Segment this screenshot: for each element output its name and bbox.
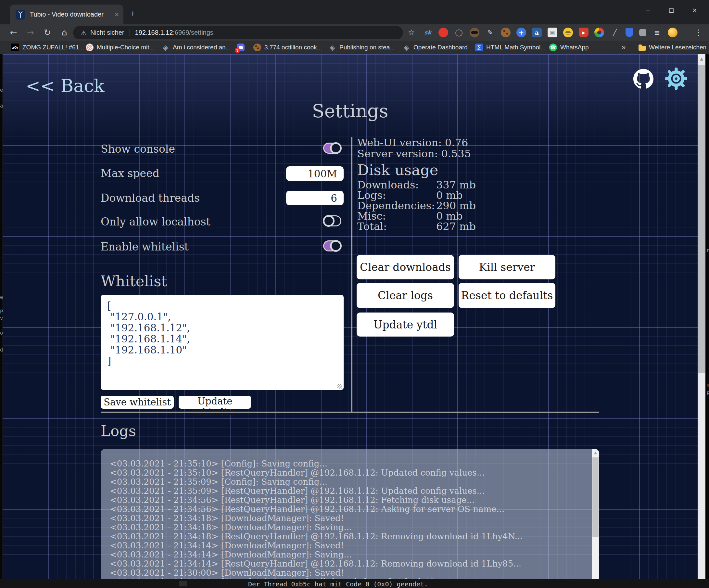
- update-ytdl-button[interactable]: Update ytdl: [357, 312, 454, 337]
- kill-server-button[interactable]: Kill server: [458, 255, 555, 279]
- sk-extension-icon[interactable]: sk: [423, 28, 432, 37]
- edge-text: P: [0, 309, 3, 315]
- log-line: <03.03.2021 - 21:34:18> [RestQueryHandle…: [110, 532, 586, 541]
- bookmark-label: WhatsApp: [560, 44, 589, 51]
- not-secure-warning-icon[interactable]: ⚠: [81, 29, 86, 36]
- log-line: <03.03.2021 - 21:35:10> [RestQueryHandle…: [110, 468, 586, 477]
- bookmark-label: Weitere Lesezeichen: [649, 44, 706, 51]
- edge-text: n: [707, 248, 709, 253]
- save-whitelist-button[interactable]: Save whitelist: [101, 396, 174, 409]
- ring-extension-icon[interactable]: ◯: [454, 28, 464, 37]
- browser-toolbar: ← → ↻ ⌂ ⚠ Nicht sicher 192.168.1.12 :696…: [0, 24, 709, 41]
- scroll-up-arrow-icon[interactable]: ▲: [592, 449, 599, 457]
- bookmark-publishing-steam[interactable]: ◈ Publishing on stea...: [329, 41, 395, 54]
- tab-title: Tubio - Video downloader: [30, 11, 111, 18]
- whitelist-textarea[interactable]: [ "127.0.0.1", "192.168.1.12", "192.168.…: [101, 295, 344, 390]
- browser-menu-icon[interactable]: ⋮: [695, 24, 703, 41]
- logs-scrollbar[interactable]: ▲: [592, 449, 599, 579]
- cookie-extension-icon[interactable]: [501, 28, 510, 37]
- browser-tab[interactable]: Tubio - Video downloader ×: [10, 4, 124, 24]
- background-window-right-edge: n m R: [707, 54, 709, 579]
- mask-extension-icon[interactable]: [470, 28, 479, 37]
- download-threads-input[interactable]: [286, 191, 344, 205]
- google-extension-icon[interactable]: [594, 28, 604, 37]
- bookmarks-bar: z0r ZOMG ZUFALL! #61... Multiple-Choice …: [0, 41, 709, 54]
- background-debug-output-window: Der Thread 0xb5c hat mit Code 0 (0x0) ge…: [0, 579, 709, 588]
- bee-extension-icon[interactable]: [563, 28, 573, 37]
- pen-extension-icon[interactable]: ✎: [485, 28, 495, 37]
- shield-extension-icon[interactable]: [626, 28, 633, 37]
- reload-icon[interactable]: ↻: [41, 24, 54, 41]
- clear-logs-button[interactable]: Clear logs: [357, 283, 454, 308]
- logs-title: Logs: [101, 422, 136, 439]
- bookmark-whatsapp[interactable]: ☎ WhatsApp: [549, 41, 589, 54]
- forward-icon[interactable]: →: [24, 24, 37, 41]
- amazon-extension-icon[interactable]: a: [532, 28, 542, 37]
- whitelist-title: Whitelist: [101, 273, 167, 290]
- bookmark-label: Operate Dashboard: [414, 44, 468, 51]
- page-scrollbar[interactable]: ▲: [698, 54, 705, 579]
- max-speed-input[interactable]: [286, 166, 344, 181]
- bookmark-am-i-considered[interactable]: ◈ Am i considered an...: [162, 41, 231, 54]
- disk-row-total: Total: 627 mb: [357, 220, 510, 233]
- edge-text: d: [0, 347, 3, 353]
- github-icon[interactable]: [633, 69, 654, 89]
- bookmark-octillion-cookies[interactable]: 3.774 octillion cook...: [253, 41, 322, 54]
- url-path[interactable]: :6969/settings: [173, 29, 213, 36]
- screen: Tubio - Video downloader × + ─ □ × ← → ↻…: [0, 0, 709, 588]
- bookmark-label: Am i considered an...: [173, 44, 231, 51]
- settings-gear-icon[interactable]: [665, 68, 687, 90]
- reset-defaults-button[interactable]: Reset to defaults: [458, 283, 555, 308]
- tubio-favicon-icon: [16, 10, 25, 20]
- show-console-toggle[interactable]: [323, 143, 341, 154]
- log-lines: <03.03.2021 - 21:35:10> [Config]: Saving…: [110, 459, 586, 579]
- update-whitelist-button[interactable]: Update whitelist: [179, 396, 251, 409]
- playlist-extension-icon[interactable]: ≡: [652, 28, 662, 37]
- other-bookmarks-folder[interactable]: Weitere Lesezeichen: [638, 41, 706, 54]
- bookmark-star-icon[interactable]: ☆: [408, 24, 415, 41]
- horizontal-divider: [101, 412, 599, 413]
- debug-output-text: Der Thread 0xb5c hat mit Code 0 (0x0) ge…: [248, 580, 428, 588]
- whatsapp-icon: ☎: [549, 44, 557, 51]
- omnibox-divider: [130, 29, 130, 36]
- bookmark-html-math[interactable]: ∑ HTML Math Symbol...: [475, 41, 546, 54]
- address-bar[interactable]: ⚠ Nicht sicher 192.168.1.12 :6969/settin…: [73, 26, 403, 39]
- play-shield-extension-icon[interactable]: ▶: [579, 28, 588, 37]
- webui-version: Web-UI version: 0.76: [357, 136, 468, 149]
- home-icon[interactable]: ⌂: [58, 24, 71, 41]
- enable-whitelist-toggle[interactable]: [323, 240, 341, 251]
- page-scrollbar-thumb[interactable]: [698, 65, 705, 373]
- bookmark-zomg[interactable]: z0r ZOMG ZUFALL! #61...: [11, 41, 84, 54]
- back-icon[interactable]: ←: [7, 24, 20, 41]
- syringe-extension-icon[interactable]: ╱: [610, 28, 620, 37]
- log-line: <03.03.2021 - 21:34:14> [DownloadManager…: [110, 550, 586, 559]
- bookmarks-overflow-chevron[interactable]: »: [622, 41, 626, 54]
- textarea-resize-grip[interactable]: [337, 384, 342, 388]
- bookmark-operate-dashboard[interactable]: ◈ Operate Dashboard: [402, 41, 468, 54]
- log-line: <03.03.2021 - 21:34:14> [DownloadManager…: [110, 541, 586, 550]
- clear-downloads-button[interactable]: Clear downloads: [357, 255, 454, 279]
- bookmark-multiple-choice[interactable]: Multiple-Choice mit...: [86, 41, 154, 54]
- new-tab-button[interactable]: +: [130, 9, 136, 19]
- bookmark-discord[interactable]: 3: [237, 41, 244, 54]
- window-maximize-button[interactable]: □: [665, 4, 678, 16]
- window-minimize-button[interactable]: ─: [641, 4, 654, 16]
- edge-text: v: [0, 315, 3, 321]
- photos-extension-icon[interactable]: ▣: [548, 28, 557, 37]
- z0r-icon: z0r: [11, 44, 19, 51]
- profile-avatar[interactable]: [668, 28, 678, 37]
- adblock-hand-icon[interactable]: [439, 28, 448, 37]
- back-link[interactable]: << Back: [26, 76, 105, 96]
- security-label[interactable]: Nicht sicher: [90, 29, 124, 36]
- url-host[interactable]: 192.168.1.12: [135, 29, 173, 36]
- window-close-button[interactable]: ×: [688, 4, 701, 16]
- background-window-left-edge: e: a e P v o d: [0, 54, 3, 579]
- scroll-up-arrow-icon[interactable]: ▲: [698, 54, 705, 63]
- puzzle-extension-icon[interactable]: [639, 29, 646, 36]
- logs-scrollbar-thumb[interactable]: [593, 457, 599, 537]
- logs-panel[interactable]: <03.03.2021 - 21:35:10> [Config]: Saving…: [101, 449, 599, 579]
- unity-icon: ◈: [329, 44, 336, 51]
- only-localhost-toggle[interactable]: [323, 215, 341, 226]
- tab-close-icon[interactable]: ×: [115, 10, 119, 19]
- cross-extension-icon[interactable]: +: [517, 28, 526, 37]
